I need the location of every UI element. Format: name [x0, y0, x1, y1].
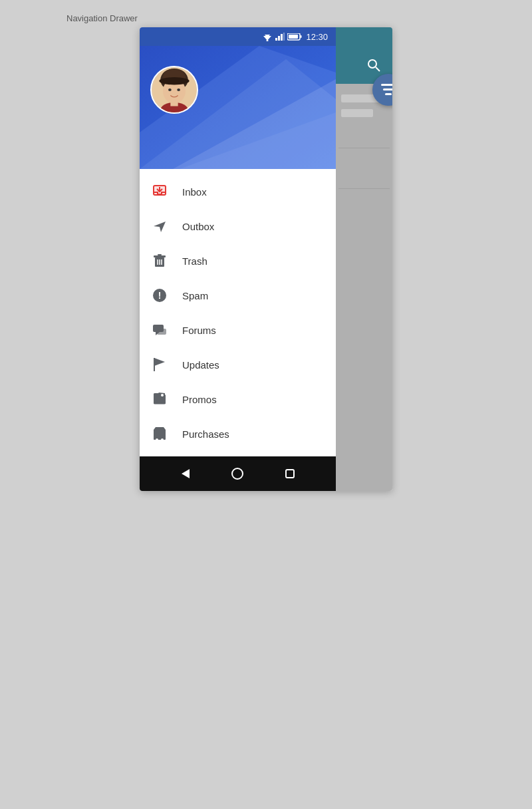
svg-rect-30 — [158, 254, 162, 255]
nav-item-outbox[interactable]: Outbox — [140, 209, 336, 243]
inbox-icon — [150, 182, 169, 201]
svg-point-43 — [161, 438, 164, 441]
svg-point-2 — [267, 39, 269, 41]
wifi-icon — [262, 33, 273, 41]
forums-label: Forums — [182, 325, 216, 336]
svg-rect-41 — [154, 430, 166, 431]
nav-item-purchases[interactable]: Purchases — [140, 416, 336, 451]
avatar — [150, 66, 198, 114]
svg-rect-49 — [381, 84, 392, 86]
status-icons — [262, 33, 302, 41]
content-status-bar — [336, 27, 392, 46]
nav-item-inbox[interactable]: Inbox — [140, 174, 336, 209]
svg-point-45 — [232, 468, 243, 479]
phone-frame: 12:30 — [140, 27, 392, 491]
svg-rect-23 — [170, 100, 178, 106]
page-label: Navigation Drawer — [66, 13, 138, 23]
spam-label: Spam — [182, 290, 208, 301]
svg-rect-29 — [154, 255, 166, 257]
promos-icon — [150, 390, 169, 408]
promos-label: Promos — [182, 394, 217, 405]
trash-icon — [150, 251, 169, 270]
status-time: 12:30 — [306, 32, 328, 42]
battery-icon — [287, 33, 302, 41]
svg-rect-46 — [286, 470, 294, 478]
signal-icon — [275, 33, 285, 41]
trash-label: Trash — [182, 255, 207, 267]
status-bar: 12:30 — [140, 27, 336, 46]
outbox-icon — [150, 217, 169, 236]
svg-rect-50 — [383, 88, 392, 90]
svg-rect-3 — [275, 38, 277, 41]
svg-point-20 — [168, 88, 172, 91]
svg-rect-5 — [281, 34, 283, 41]
nav-item-updates[interactable]: Updates — [140, 347, 336, 382]
bottom-nav-bar — [140, 456, 336, 491]
back-button[interactable] — [179, 467, 192, 480]
content-divider-2 — [338, 188, 390, 189]
svg-rect-6 — [283, 33, 285, 41]
forums-icon — [150, 321, 169, 339]
updates-label: Updates — [182, 359, 219, 371]
purchases-icon — [150, 424, 169, 443]
drawer-header: Olivia Heldens kuku@gmail.com — [140, 46, 336, 169]
svg-point-40 — [161, 394, 164, 397]
svg-rect-37 — [157, 329, 166, 335]
spam-icon: ! — [150, 286, 169, 305]
svg-marker-44 — [182, 469, 190, 478]
purchases-label: Purchases — [182, 428, 229, 440]
content-divider-1 — [338, 148, 390, 148]
svg-rect-8 — [289, 35, 298, 39]
search-button[interactable] — [362, 53, 386, 77]
svg-point-21 — [177, 88, 180, 91]
svg-rect-4 — [278, 36, 280, 41]
nav-item-trash[interactable]: Trash — [140, 243, 336, 278]
svg-rect-9 — [301, 35, 302, 38]
content-panel — [336, 27, 392, 491]
svg-line-48 — [376, 67, 380, 71]
svg-marker-38 — [154, 358, 165, 366]
svg-text:!: ! — [158, 290, 162, 301]
inbox-label: Inbox — [182, 186, 207, 198]
avatar-image — [152, 66, 197, 114]
svg-rect-51 — [385, 93, 392, 95]
svg-marker-27 — [154, 222, 166, 232]
updates-icon — [150, 355, 169, 374]
svg-point-42 — [156, 438, 158, 441]
nav-item-forums[interactable]: Forums — [140, 313, 336, 347]
nav-list: Inbox Outbox — [140, 169, 336, 456]
svg-point-19 — [159, 77, 189, 84]
drawer-panel: 12:30 — [140, 27, 336, 491]
home-button[interactable] — [231, 467, 244, 480]
outbox-label: Outbox — [182, 221, 214, 232]
content-line-2 — [341, 109, 373, 117]
nav-item-promos[interactable]: Promos — [140, 382, 336, 416]
recent-button[interactable] — [283, 467, 297, 480]
nav-item-spam[interactable]: ! Spam — [140, 278, 336, 313]
svg-point-47 — [368, 60, 376, 68]
